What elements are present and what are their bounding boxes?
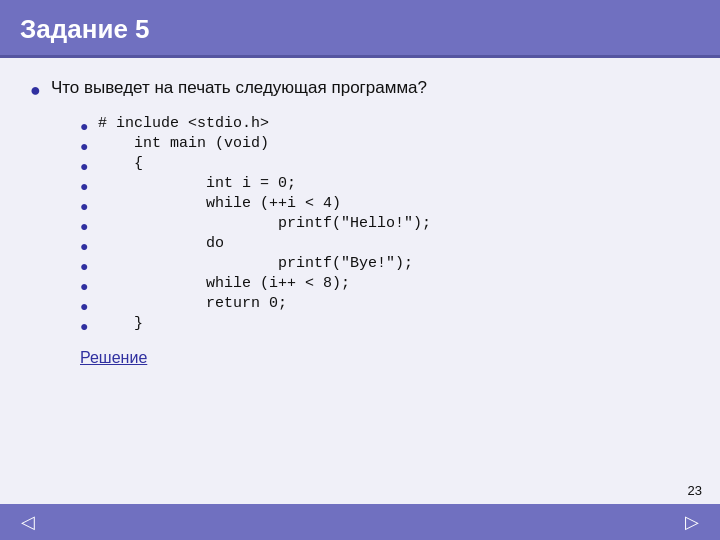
list-item: ● printf("Hello!"); [80,215,690,234]
main-bullet: ● [30,80,41,101]
code-bullet: ● [80,138,90,154]
solution-link[interactable]: Решение [80,349,690,367]
code-line: { [98,155,143,172]
code-bullet: ● [80,298,90,314]
list-item: ● printf("Bye!"); [80,255,690,274]
list-item: ● # include <stdio.h> [80,115,690,134]
code-line: return 0; [98,295,287,312]
code-bullet: ● [80,278,90,294]
question-text: Что выведет на печать следующая программ… [51,78,427,98]
code-bullet: ● [80,258,90,274]
code-line: do [98,235,224,252]
code-line: printf("Hello!"); [98,215,431,232]
code-bullet: ● [80,238,90,254]
list-item: ● int main (void) [80,135,690,154]
code-bullet: ● [80,218,90,234]
next-button[interactable]: ▷ [678,508,706,536]
code-line: printf("Bye!"); [98,255,413,272]
slide-footer: ◁ ▷ [0,504,720,540]
code-list: ● # include <stdio.h> ● int main (void) … [80,115,690,335]
code-line: # include <stdio.h> [98,115,269,132]
list-item: ● return 0; [80,295,690,314]
page-number: 23 [680,481,710,500]
code-line: } [98,315,143,332]
code-bullet: ● [80,178,90,194]
slide: Задание 5 ● Что выведет на печать следую… [0,0,720,540]
code-line: while (i++ < 8); [98,275,350,292]
question-row: ● Что выведет на печать следующая програ… [30,78,690,101]
code-bullet: ● [80,158,90,174]
code-bullet: ● [80,198,90,214]
code-bullet: ● [80,118,90,134]
slide-header: Задание 5 [0,0,720,58]
code-bullet: ● [80,318,90,334]
code-line: while (++i < 4) [98,195,341,212]
slide-content: ● Что выведет на печать следующая програ… [0,58,720,504]
slide-title: Задание 5 [20,14,150,44]
code-line: int i = 0; [98,175,296,192]
list-item: ● while (++i < 4) [80,195,690,214]
code-line: int main (void) [98,135,269,152]
list-item: ● { [80,155,690,174]
list-item: ● } [80,315,690,334]
list-item: ● while (i++ < 8); [80,275,690,294]
prev-button[interactable]: ◁ [14,508,42,536]
list-item: ● int i = 0; [80,175,690,194]
list-item: ● do [80,235,690,254]
